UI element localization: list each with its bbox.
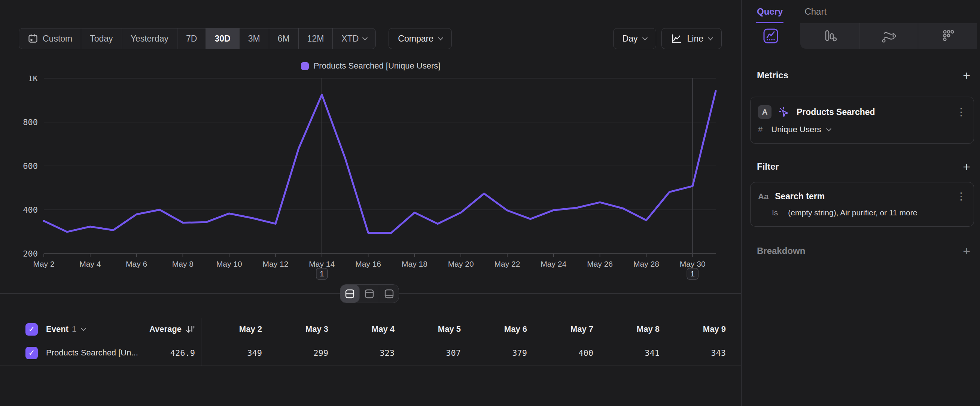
filter-card[interactable]: Aa Search term ⋮ Is (empty string), Air … (750, 182, 974, 227)
day-column-header[interactable]: May 9 (665, 324, 732, 334)
chart-area: 1K800600400200May 2May 4May 6May 8May 10… (0, 76, 741, 287)
range-label: Custom (43, 34, 72, 44)
filter-card-title-row: Aa Search term ⋮ (758, 191, 966, 202)
day-column-header[interactable]: May 6 (466, 324, 533, 334)
series-line (44, 91, 716, 232)
aggregation-dropdown[interactable]: Unique Users (771, 125, 821, 134)
add-metric-button[interactable]: + (963, 69, 970, 82)
metric-name: Products Searched (797, 107, 875, 117)
range-label: Today (90, 34, 113, 44)
flows-icon (880, 27, 898, 45)
chevron-down-icon (438, 35, 443, 40)
event-count: 1 (72, 324, 76, 334)
x-axis-label: May 26 (587, 260, 613, 268)
range-button-xtd[interactable]: XTD (333, 29, 375, 49)
metric-menu-button[interactable]: ⋮ (956, 107, 966, 116)
tab-insights[interactable] (741, 23, 800, 49)
sort-descending-icon (185, 324, 195, 334)
x-axis-label: May 8 (172, 260, 194, 268)
add-breakdown-button[interactable]: + (963, 245, 970, 257)
tab-query-label: Query (757, 6, 783, 17)
y-axis-label: 200 (23, 249, 38, 258)
legend-item[interactable]: Products Searched [Unique Users] (301, 61, 441, 71)
range-button-30d[interactable]: 30D (206, 29, 239, 49)
day-column-header[interactable]: May 7 (533, 324, 599, 334)
select-all-checkbox[interactable]: ✓ (25, 323, 38, 336)
row-series-name[interactable]: Products Searched [Un... (46, 348, 138, 358)
tab-funnels[interactable] (800, 23, 859, 49)
tab-flows[interactable] (859, 23, 918, 49)
filter-menu-button[interactable]: ⋮ (956, 192, 966, 201)
metrics-section-header: Metrics + (757, 69, 970, 82)
x-axis-label: May 4 (80, 260, 101, 268)
filter-property-name: Search term (775, 191, 825, 202)
event-cursor-icon (778, 106, 790, 118)
chevron-down-icon[interactable] (826, 126, 831, 131)
day-value-cell: 349 (201, 348, 268, 358)
breakdown-title: Breakdown (757, 246, 805, 256)
range-label: 3M (248, 34, 260, 44)
svg-text:1: 1 (320, 269, 324, 278)
day-column-header[interactable]: May 4 (334, 324, 400, 334)
day-value-cell: 341 (599, 348, 665, 358)
hash-icon: # (758, 125, 762, 134)
metric-card[interactable]: A Products Searched ⋮ # Unique Use (750, 97, 974, 144)
row-average-value: 426.9 (170, 348, 195, 358)
layout-table-only-button[interactable] (379, 285, 399, 303)
day-column-header[interactable]: May 5 (400, 324, 466, 334)
event-dropdown-label[interactable]: Event (46, 324, 68, 334)
layout-chart-only-button[interactable] (360, 285, 379, 303)
retention-icon (939, 27, 957, 45)
time-range-group: CustomTodayYesterday7D30D3M6M12MXTD (19, 28, 376, 49)
compare-button[interactable]: Compare (388, 28, 452, 49)
range-label: Yesterday (130, 34, 169, 44)
range-button-12m[interactable]: 12M (299, 29, 333, 49)
range-button-6m[interactable]: 6M (269, 29, 299, 49)
filter-title: Filter (757, 161, 779, 172)
x-axis-label: May 30 (680, 260, 706, 268)
day-value-cell: 299 (268, 348, 334, 358)
split-view-icon (345, 289, 355, 299)
tab-retention[interactable] (918, 23, 980, 49)
x-axis-label: May 10 (216, 260, 242, 268)
x-axis-label: May 14 (309, 260, 335, 268)
filter-value[interactable]: (empty string), Air purifier, or 11 more (788, 208, 917, 217)
tab-chart[interactable]: Chart (805, 0, 827, 23)
average-sort-button[interactable]: Average (150, 324, 195, 334)
x-axis-label: May 28 (633, 260, 659, 268)
chevron-down-icon[interactable] (81, 325, 86, 331)
day-column-header[interactable]: May 2 (201, 324, 268, 334)
breakdown-section-header: Breakdown + (757, 245, 970, 257)
layout-toggle-group (340, 284, 399, 303)
top-band-view-icon (364, 289, 374, 299)
row-checkbox[interactable]: ✓ (25, 347, 38, 359)
range-button-yesterday[interactable]: Yesterday (122, 29, 177, 49)
day-column-header[interactable]: May 8 (599, 324, 665, 334)
average-label: Average (150, 324, 181, 334)
line-chart-icon (671, 33, 682, 44)
range-label: 6M (278, 34, 290, 44)
metrics-title: Metrics (757, 70, 788, 81)
annotation-badge[interactable]: 1 (316, 268, 328, 279)
insights-icon (762, 27, 780, 45)
table-data-row: ✓ Products Searched [Un... 426.9 3492993… (0, 340, 741, 366)
chart-type-button[interactable]: Line (662, 28, 722, 49)
filter-operator[interactable]: Is (772, 208, 778, 217)
tab-query[interactable]: Query (757, 0, 783, 23)
granularity-button[interactable]: Day (613, 28, 656, 49)
y-axis-label: 800 (23, 118, 38, 127)
results-table: ✓ Event 1 Average May 2Ma (0, 318, 741, 366)
x-axis-label: May 16 (355, 260, 381, 268)
day-column-header[interactable]: May 3 (268, 324, 334, 334)
bottom-band-view-icon (384, 289, 394, 299)
range-button-today[interactable]: Today (81, 29, 122, 49)
range-button-custom[interactable]: Custom (19, 29, 81, 49)
range-label: 30D (215, 34, 230, 44)
granularity-label: Day (622, 34, 638, 44)
legend-swatch (301, 62, 309, 70)
range-button-7d[interactable]: 7D (177, 29, 206, 49)
layout-split-button[interactable] (340, 285, 360, 303)
annotation-badge[interactable]: 1 (687, 268, 698, 279)
add-filter-button[interactable]: + (963, 160, 970, 173)
range-button-3m[interactable]: 3M (240, 29, 269, 49)
